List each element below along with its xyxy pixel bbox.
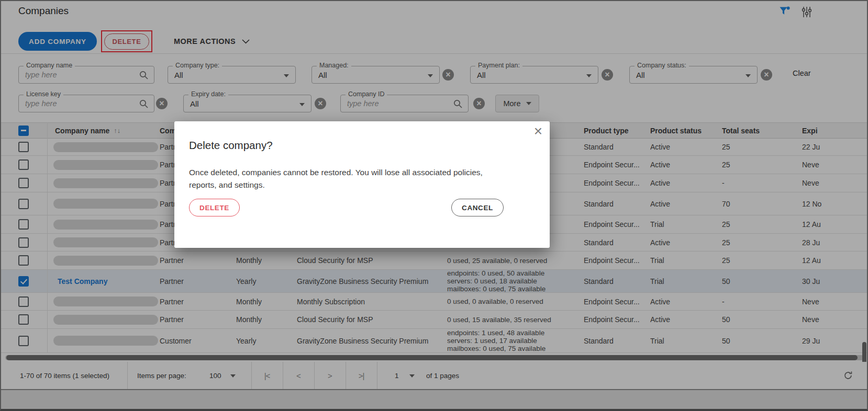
dialog-body-text: Once deleted, companies cannot be restor… bbox=[189, 166, 493, 191]
companies-page: Companies ADD COMPANY DELETE MORE ACTION… bbox=[0, 0, 868, 411]
confirm-delete-button[interactable]: DELETE bbox=[189, 199, 240, 216]
cancel-button[interactable]: CANCEL bbox=[451, 199, 504, 216]
dialog-title: Delete company? bbox=[189, 139, 273, 152]
delete-company-dialog: × Delete company? Once deleted, companie… bbox=[174, 121, 550, 248]
close-icon[interactable]: × bbox=[534, 122, 542, 140]
